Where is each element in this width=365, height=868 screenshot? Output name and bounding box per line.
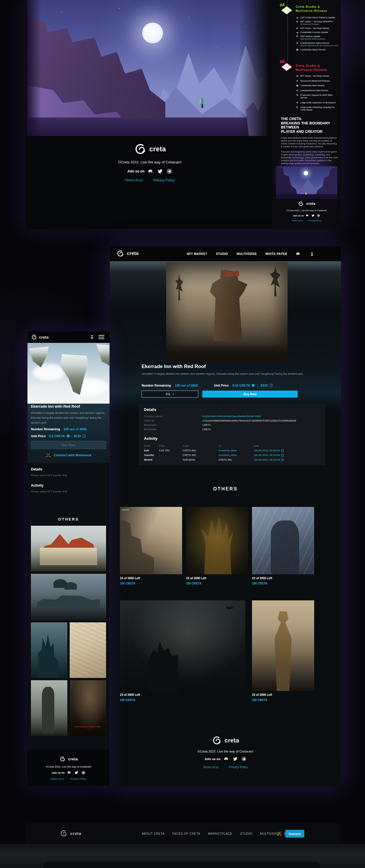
creta-wordmark: creta xyxy=(150,145,166,153)
creta-wordmark: creta xyxy=(68,757,78,761)
roadmap-item: ⊞NFT Game - 3rd Party Games xyxy=(296,75,339,77)
column-header: To xyxy=(219,444,254,447)
nft-card-image[interactable] xyxy=(252,507,314,574)
discord-icon[interactable] xyxy=(148,168,154,174)
table-cell: CRETA INC xyxy=(182,454,219,457)
nft-card-image[interactable]: KINGDOM UNDER FIRE xyxy=(70,680,106,736)
token-number-select[interactable]: #11 ∨ xyxy=(142,391,198,398)
connect-button[interactable]: Connect xyxy=(285,830,304,838)
table-cell-link[interactable]: Soowhatt_Meta xyxy=(219,454,254,457)
external-link-icon[interactable]: ↗ xyxy=(270,384,272,387)
hamburger-menu-icon[interactable] xyxy=(99,335,104,339)
creta-logo[interactable]: creta xyxy=(31,334,49,340)
twitter-icon[interactable] xyxy=(233,756,238,762)
buy-now-button[interactable]: Buy Now xyxy=(202,391,298,398)
nav-white-paper[interactable]: WHITE PAPER xyxy=(266,252,287,255)
nav-marketplace[interactable]: MARKETPLACE xyxy=(208,832,232,835)
mobile-preview: creta Ekerrade Inn with Red Roof Hironid… xyxy=(28,331,109,785)
table-cell-link[interactable]: Soowhatt_Meta xyxy=(219,449,254,452)
creta-wordmark: creta xyxy=(225,737,239,744)
creta-logo-icon xyxy=(298,201,304,207)
nft-card-image[interactable] xyxy=(31,526,106,571)
table-cell: Sale xyxy=(144,449,159,452)
twitter-icon[interactable] xyxy=(157,168,163,174)
privacy-link[interactable]: Privacy Policy xyxy=(70,777,87,780)
discord-icon[interactable] xyxy=(67,771,72,775)
table-cell-link[interactable]: Jan.06.2022, 05:03AM↗ xyxy=(254,458,317,461)
nft-card[interactable]: 23 of 3000 Left 100 CRETA xyxy=(252,600,314,702)
metamask-fox-icon[interactable] xyxy=(276,831,283,837)
price-divider: | xyxy=(257,384,258,387)
nft-card[interactable]: 23 of 3000 Left 100 CRETA xyxy=(120,600,245,702)
nft-card-image[interactable] xyxy=(31,680,67,736)
telegram-icon[interactable] xyxy=(166,168,172,174)
card-price: 100 CRETA xyxy=(120,699,245,702)
token-number-value: #11 xyxy=(166,393,170,396)
nft-card-image[interactable] xyxy=(120,600,245,691)
nft-card-image[interactable] xyxy=(186,507,248,574)
nft-card[interactable]: 23 of 3000 Left 100 CRETA xyxy=(252,507,314,585)
info-icon[interactable]: i xyxy=(252,384,255,387)
nav-faces-of-creta[interactable]: FACES OF CRETA xyxy=(172,832,200,835)
roadmap-item: ⊕CretaMultiverse Beta Service xyxy=(296,89,339,92)
nft-card-image[interactable] xyxy=(31,622,67,678)
column-header: From xyxy=(182,444,219,447)
gear-icon: ⚙ xyxy=(296,94,298,96)
creta-logo[interactable]: creta xyxy=(60,829,81,837)
card-price: 100 CRETA xyxy=(120,582,182,585)
info-icon[interactable]: i xyxy=(67,435,70,437)
privacy-link[interactable]: Privacy Policy xyxy=(308,219,322,222)
join-us-label: Join us on xyxy=(293,214,304,217)
nft-card-image[interactable] xyxy=(252,600,314,691)
join-us-label: Join us on xyxy=(127,169,144,173)
telegram-icon[interactable] xyxy=(81,771,86,775)
detail-label: Blockchain xyxy=(144,428,202,431)
terms-link[interactable]: Terms of us xyxy=(292,219,303,222)
buy-now-button-disabled[interactable]: Buy Now xyxy=(31,441,106,449)
discord-icon[interactable] xyxy=(296,251,301,256)
terms-link[interactable]: Terms of us xyxy=(203,765,219,769)
details-heading: Details xyxy=(144,407,156,412)
terms-link[interactable]: Terms of us xyxy=(125,178,143,182)
connect-metamask-button[interactable]: Connect with Metamask xyxy=(28,452,109,458)
table-cell-link[interactable]: Jan.06.2022, 05:03AM↗ xyxy=(254,454,317,457)
terms-link[interactable]: Terms of us xyxy=(51,777,64,780)
nav-about-creta[interactable]: ABOUT CRETA xyxy=(142,832,164,835)
roadmap-item: ☁CGP (Creta Game Platform) Update xyxy=(296,16,339,19)
nft-description: Hironiden is largely divided into easter… xyxy=(31,410,106,425)
creta-logo-icon xyxy=(116,249,124,257)
external-link-icon[interactable]: ↗ xyxy=(82,435,86,437)
card-remaining: 23 of 3000 Left xyxy=(252,577,314,580)
twitter-icon[interactable] xyxy=(311,214,315,217)
nft-card-image[interactable] xyxy=(31,574,106,621)
creta-logo: creta xyxy=(110,735,341,746)
nav-studio[interactable]: STUDIO xyxy=(240,832,253,835)
nft-card[interactable]: cept art 23 of 3000 Left 100 CRETA xyxy=(120,507,182,585)
nft-card-image[interactable]: cept art xyxy=(120,507,182,574)
nav-nft-market[interactable]: NFT MARKET xyxy=(187,252,207,255)
creta-logo[interactable]: creta xyxy=(116,249,139,257)
unit-price-row: Unit Price 0.2 CRETA i | $215 ↗ xyxy=(31,434,86,438)
table-cell-link[interactable]: Jan.06.2022, 05:03AM↗ xyxy=(254,449,317,452)
creta-logo: creta xyxy=(272,201,341,207)
copyright-text: ©Creta 2022. Live the way of Cretarain! xyxy=(28,765,109,768)
poster-title-text: KINGDOM UNDER FIRE xyxy=(70,726,106,728)
usd-price-value: $215 xyxy=(261,384,268,387)
contract-address-value[interactable]: 0x2053399124f0cbb46d2cbacd8a89cf05099749… xyxy=(202,415,296,418)
nav-multiverse[interactable]: MULTIVERSE xyxy=(237,252,257,255)
privacy-link[interactable]: Privacy Policy xyxy=(229,765,248,769)
profile-icon[interactable] xyxy=(89,334,95,339)
hero-illustration xyxy=(27,0,272,136)
nft-card[interactable]: 23 of 3000 Left 100 CRETA xyxy=(186,507,248,585)
discord-icon[interactable] xyxy=(306,214,309,217)
telegram-icon[interactable] xyxy=(317,214,320,217)
number-remaining-value: 100 out of 3000 xyxy=(175,384,198,387)
nft-card-image[interactable] xyxy=(70,622,106,678)
profile-icon[interactable] xyxy=(309,251,314,256)
twitter-icon[interactable] xyxy=(74,771,78,775)
telegram-icon[interactable] xyxy=(241,756,246,762)
privacy-link[interactable]: Privacy Policy xyxy=(153,178,175,182)
discord-icon[interactable] xyxy=(224,756,229,762)
nav-studio[interactable]: STUDIO xyxy=(216,252,228,255)
column-header: Event xyxy=(144,444,159,447)
